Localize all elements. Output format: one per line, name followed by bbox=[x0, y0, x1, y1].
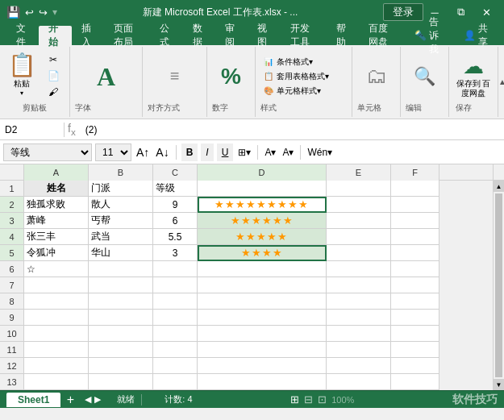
tab-insert[interactable]: 插入 bbox=[72, 26, 104, 45]
cell-f1[interactable] bbox=[391, 181, 439, 197]
cell-b7[interactable] bbox=[89, 277, 153, 293]
cell-b3[interactable]: 丐帮 bbox=[89, 213, 153, 229]
copy-button[interactable]: 📄 bbox=[42, 69, 65, 82]
highlight-color-button[interactable]: A▾ bbox=[263, 147, 277, 158]
cell-e1[interactable] bbox=[327, 181, 391, 197]
login-button[interactable]: 登录 bbox=[383, 3, 423, 21]
font-size-select[interactable]: 11 bbox=[95, 143, 131, 161]
cell-d6[interactable] bbox=[198, 261, 327, 277]
cell-b1[interactable]: 门派 bbox=[89, 181, 153, 197]
underline-button[interactable]: U bbox=[217, 143, 234, 161]
row-num-9[interactable]: 9 bbox=[0, 310, 23, 326]
row-num-5[interactable]: 5 bbox=[0, 245, 23, 261]
cell-f11[interactable] bbox=[391, 342, 439, 358]
cell-a8[interactable] bbox=[24, 293, 89, 310]
cell-e9[interactable] bbox=[327, 310, 391, 326]
border-button[interactable]: ⊞▾ bbox=[236, 147, 252, 158]
cell-f13[interactable] bbox=[391, 374, 439, 390]
cell-b2[interactable]: 散人 bbox=[89, 197, 153, 213]
save-icon[interactable]: 💾 bbox=[6, 6, 20, 19]
special-char-button[interactable]: Wén▾ bbox=[306, 147, 334, 158]
cell-b12[interactable] bbox=[89, 358, 153, 374]
cell-a6[interactable]: ☆ bbox=[24, 261, 89, 277]
conditional-format-button[interactable]: 📊 条件格式▾ bbox=[260, 56, 347, 69]
cell-style-button[interactable]: 🎨 单元格样式▾ bbox=[260, 85, 347, 98]
cell-b10[interactable] bbox=[89, 326, 153, 342]
col-header-c[interactable]: C bbox=[153, 164, 198, 181]
tab-layout[interactable]: 页面布局 bbox=[104, 26, 150, 45]
cell-a7[interactable] bbox=[24, 277, 89, 293]
grid-view-icon[interactable]: ⊞ bbox=[290, 393, 299, 405]
font-color-button[interactable]: A▾ bbox=[281, 147, 295, 158]
tab-tell-me[interactable]: 🔦告诉我 bbox=[405, 26, 454, 45]
cell-e5[interactable] bbox=[327, 245, 391, 261]
col-header-f[interactable]: F bbox=[391, 164, 439, 181]
cell-f12[interactable] bbox=[391, 358, 439, 374]
scroll-left-button[interactable]: ◀ bbox=[85, 394, 91, 405]
cell-f3[interactable] bbox=[391, 213, 439, 229]
tab-help[interactable]: 帮助 bbox=[327, 26, 359, 45]
cell-e13[interactable] bbox=[327, 374, 391, 390]
cell-a10[interactable] bbox=[24, 326, 89, 342]
table-format-button[interactable]: 📋 套用表格格式▾ bbox=[260, 70, 347, 83]
cell-b11[interactable] bbox=[89, 342, 153, 358]
cell-f5[interactable] bbox=[391, 245, 439, 261]
cell-e10[interactable] bbox=[327, 326, 391, 342]
row-num-1[interactable]: 1 bbox=[0, 181, 23, 197]
cell-a5[interactable]: 令狐冲 bbox=[24, 245, 89, 261]
scroll-up-button[interactable]: ▲ bbox=[494, 181, 504, 192]
undo-icon[interactable]: ↩ bbox=[25, 6, 34, 19]
cell-e3[interactable] bbox=[327, 213, 391, 229]
sheet-tab[interactable]: Sheet1 bbox=[6, 393, 60, 407]
row-num-8[interactable]: 8 bbox=[0, 293, 23, 310]
format-paint-button[interactable]: 🖌 bbox=[42, 85, 65, 98]
cell-c5[interactable]: 3 bbox=[153, 245, 198, 261]
cell-f4[interactable] bbox=[391, 229, 439, 245]
cell-c10[interactable] bbox=[153, 326, 198, 342]
cell-d1[interactable] bbox=[198, 181, 327, 197]
row-num-3[interactable]: 3 bbox=[0, 213, 23, 229]
cell-b6[interactable] bbox=[89, 261, 153, 277]
cell-e2[interactable] bbox=[327, 197, 391, 213]
redo-icon[interactable]: ↪ bbox=[39, 6, 48, 19]
cell-a9[interactable] bbox=[24, 310, 89, 326]
cell-c3[interactable]: 6 bbox=[153, 213, 198, 229]
vertical-scrollbar[interactable]: ▲ ▼ bbox=[493, 181, 504, 390]
col-header-d[interactable]: D bbox=[198, 164, 327, 181]
cell-c2[interactable]: 9 bbox=[153, 197, 198, 213]
cell-c12[interactable] bbox=[153, 358, 198, 374]
cell-d7[interactable] bbox=[198, 277, 327, 293]
cell-b4[interactable]: 武当 bbox=[89, 229, 153, 245]
tab-file[interactable]: 文件 bbox=[6, 26, 39, 45]
cell-a4[interactable]: 张三丰 bbox=[24, 229, 89, 245]
cell-a12[interactable] bbox=[24, 358, 89, 374]
cell-c13[interactable] bbox=[153, 374, 198, 390]
cloud-save-icon[interactable]: ☁ bbox=[463, 54, 484, 79]
row-num-10[interactable]: 10 bbox=[0, 326, 23, 342]
cell-f8[interactable] bbox=[391, 293, 439, 310]
cell-c9[interactable] bbox=[153, 310, 198, 326]
formula-input[interactable]: (2) bbox=[79, 123, 504, 137]
cell-d9[interactable] bbox=[198, 310, 327, 326]
cell-e7[interactable] bbox=[327, 277, 391, 293]
ribbon-expand-button[interactable]: ▲ bbox=[498, 47, 504, 117]
cell-a1[interactable]: 姓名 bbox=[24, 181, 89, 197]
cell-a13[interactable] bbox=[24, 374, 89, 390]
cell-c4[interactable]: 5.5 bbox=[153, 229, 198, 245]
row-num-12[interactable]: 12 bbox=[0, 358, 23, 374]
cell-c7[interactable] bbox=[153, 277, 198, 293]
cell-e4[interactable] bbox=[327, 229, 391, 245]
corner-header[interactable] bbox=[0, 164, 24, 181]
cell-c6[interactable] bbox=[153, 261, 198, 277]
scroll-right-button[interactable]: ▶ bbox=[94, 394, 101, 405]
cell-d4[interactable]: ★★★★★ bbox=[198, 229, 327, 245]
row-num-13[interactable]: 13 bbox=[0, 374, 23, 390]
cell-e8[interactable] bbox=[327, 293, 391, 310]
page-view-icon[interactable]: ⊡ bbox=[318, 393, 327, 405]
cell-f6[interactable] bbox=[391, 261, 439, 277]
col-header-e[interactable]: E bbox=[327, 164, 391, 181]
cell-a11[interactable] bbox=[24, 342, 89, 358]
row-num-11[interactable]: 11 bbox=[0, 342, 23, 358]
cell-d2[interactable]: ★★★★★★★★★ bbox=[198, 197, 327, 213]
cut-button[interactable]: ✂ bbox=[42, 53, 65, 66]
